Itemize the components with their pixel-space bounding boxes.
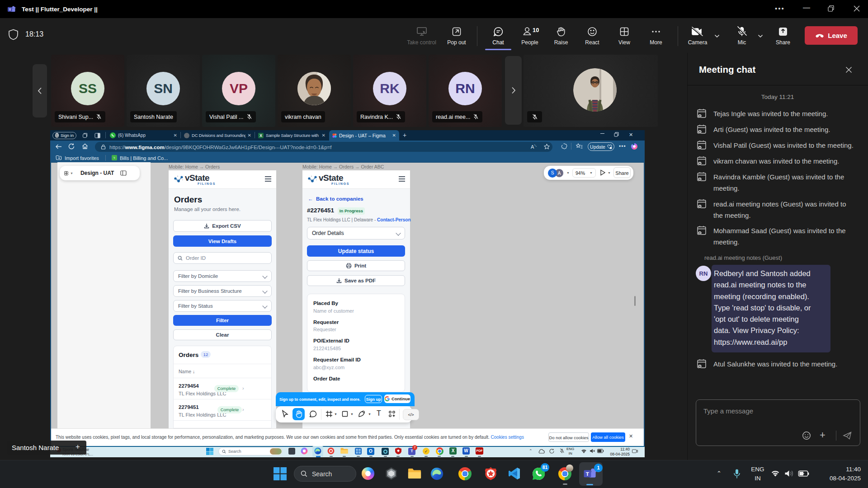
svg-text:10: 10: [533, 27, 539, 33]
svg-text:T: T: [586, 471, 590, 477]
svg-text:T: T: [9, 8, 11, 12]
